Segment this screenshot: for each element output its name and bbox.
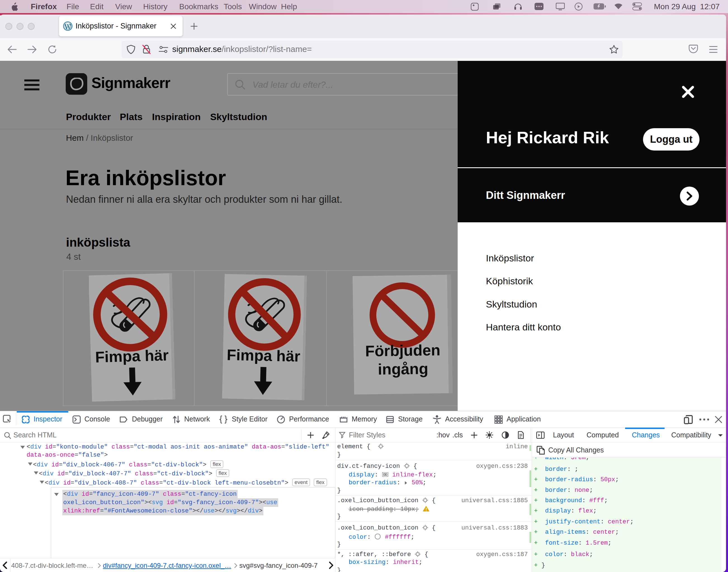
svg-text:ingång: ingång xyxy=(378,360,428,378)
svg-text:Fimpa här: Fimpa här xyxy=(227,346,301,365)
svg-text:Förbjuden: Förbjuden xyxy=(365,341,441,360)
svg-text:Fimpa här: Fimpa här xyxy=(95,346,169,366)
